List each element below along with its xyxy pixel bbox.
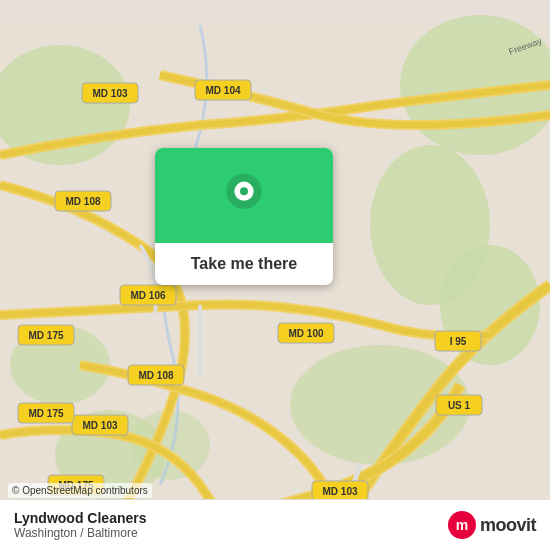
bottom-bar: Lyndwood Cleaners Washington / Baltimore… (0, 499, 550, 550)
moovit-m-icon: m (448, 511, 476, 539)
svg-text:MD 104: MD 104 (205, 85, 240, 96)
map-container: MD 103 MD 104 MD 108 MD 106 MD 100 MD 10… (0, 0, 550, 550)
svg-text:MD 175: MD 175 (28, 330, 63, 341)
svg-text:MD 108: MD 108 (65, 196, 100, 207)
moovit-logo: m moovit (448, 511, 536, 539)
svg-point-40 (240, 187, 248, 195)
popup-content: Take me there (155, 243, 333, 285)
location-pin-icon (220, 172, 268, 220)
place-info: Lyndwood Cleaners Washington / Baltimore (14, 510, 147, 540)
svg-text:MD 175: MD 175 (28, 408, 63, 419)
place-name: Lyndwood Cleaners (14, 510, 147, 526)
place-location: Washington / Baltimore (14, 526, 147, 540)
svg-text:MD 103: MD 103 (92, 88, 127, 99)
popup-card: Take me there (155, 148, 333, 285)
svg-text:I 95: I 95 (450, 336, 467, 347)
svg-text:MD 106: MD 106 (130, 290, 165, 301)
moovit-brand-text: moovit (480, 515, 536, 536)
svg-text:MD 108: MD 108 (138, 370, 173, 381)
popup-header (155, 148, 333, 243)
svg-text:MD 103: MD 103 (322, 486, 357, 497)
svg-text:MD 103: MD 103 (82, 420, 117, 431)
take-me-there-button[interactable]: Take me there (171, 255, 317, 273)
svg-text:US 1: US 1 (448, 400, 471, 411)
svg-text:MD 100: MD 100 (288, 328, 323, 339)
copyright-text: © OpenStreetMap contributors (8, 483, 152, 498)
